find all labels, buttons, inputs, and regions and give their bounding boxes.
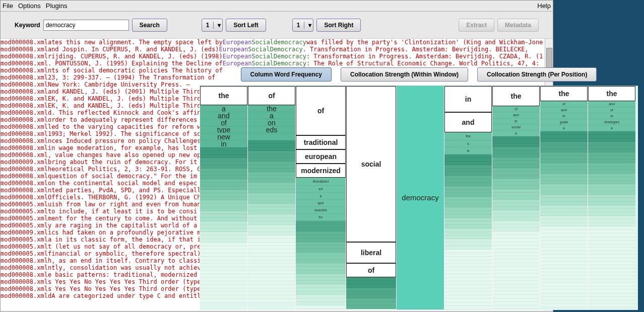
extract-button[interactable]: Extract: [459, 19, 494, 32]
menubar: File Options Plugins Help: [1, 1, 553, 12]
freq-cell[interactable]: social: [492, 124, 540, 130]
freq-cell[interactable]: new: [200, 133, 247, 140]
freq-cell[interactable]: and: [492, 112, 540, 118]
freq-column: inandthesis: [444, 86, 492, 310]
tab-collocation-per-position[interactable]: Collocation Strength (Per Position): [477, 67, 597, 82]
freq-cell[interactable]: a: [296, 193, 346, 200]
freq-cell[interactable]: a: [492, 130, 540, 136]
freq-cell[interactable]: in: [200, 140, 247, 147]
freq-cell[interactable]: liberalized: [296, 178, 346, 186]
freq-cell[interactable]: ed: [296, 186, 346, 193]
sort-right-button[interactable]: Sort Right: [316, 19, 361, 32]
freq-cell[interactable]: traditional: [296, 135, 346, 149]
freq-cell[interactable]: modernized: [296, 164, 346, 178]
freq-cell[interactable]: european: [296, 149, 346, 164]
freq-cell[interactable]: and: [540, 107, 588, 113]
menu-help[interactable]: Help: [537, 2, 551, 10]
freq-column: oftraditionaleuropeanmodernizedliberaliz…: [295, 86, 346, 310]
freq-column: democracy: [396, 86, 444, 310]
freq-cell[interactable]: type: [200, 126, 247, 133]
conc-line[interactable]: mod000008.xml and Jospin. In CUPERUS, R.…: [1, 46, 553, 53]
conc-line[interactable]: mod000008.xmlrijding. CUPERUS, R. and KA…: [1, 53, 553, 60]
freq-cell[interactable]: of: [200, 119, 247, 126]
freq-cell[interactable]: of: [540, 101, 588, 107]
freq-cell[interactable]: eds: [248, 126, 295, 133]
freq-cell[interactable]: the: [200, 86, 247, 105]
freq-cell[interactable]: the: [492, 86, 540, 106]
freq-cell[interactable]: in: [444, 86, 492, 112]
toolbar: Keyword Search 1▾ Sort Left 1▾ Sort Righ…: [1, 12, 553, 39]
freq-column: theaandoftypenewin: [200, 86, 247, 310]
freq-column: theofandinsociala: [492, 86, 540, 310]
freq-cell[interactable]: and: [588, 101, 635, 107]
frequency-columns: theaandoftypenewinoftheaonedsoftradition…: [200, 86, 638, 310]
menu-plugins[interactable]: Plugins: [46, 2, 68, 10]
freq-column: theandofinstrategiesa: [588, 86, 635, 310]
freq-cell[interactable]: goals: [540, 119, 588, 125]
freq-cell[interactable]: in: [588, 113, 635, 119]
keyword-input[interactable]: [43, 20, 129, 31]
freq-column: theofandingoalsa: [540, 86, 588, 310]
search-button[interactable]: Search: [132, 19, 167, 32]
freq-cell[interactable]: on: [248, 119, 295, 126]
sort-left-button[interactable]: Sort Left: [226, 19, 266, 32]
freq-cell[interactable]: of: [346, 263, 396, 277]
tab-column-word-frequency[interactable]: Column Word Frequency: [241, 67, 332, 82]
conc-line[interactable]: mod000008.xmlates this new alignment. Th…: [1, 39, 553, 46]
freq-cell[interactable]: is: [444, 147, 492, 154]
menu-file[interactable]: File: [3, 2, 13, 10]
freq-cell[interactable]: a: [200, 105, 247, 112]
freq-cell[interactable]: in: [540, 113, 588, 119]
freq-cell[interactable]: democracy: [397, 86, 444, 309]
metadata-button[interactable]: Metadata: [497, 19, 539, 32]
menu-options[interactable]: Options: [18, 2, 41, 10]
sort-right-count[interactable]: 1▾: [292, 19, 314, 32]
freq-cell[interactable]: for: [296, 214, 346, 221]
freq-cell[interactable]: in: [492, 118, 540, 124]
freq-cell[interactable]: the: [444, 132, 492, 140]
freq-cell[interactable]: of: [588, 107, 635, 113]
tab-collocation-within-window[interactable]: Collocation Strength (Within Window): [341, 67, 468, 82]
freq-column: oftheaoneds: [247, 86, 295, 310]
sort-left-count[interactable]: 1▾: [202, 19, 223, 32]
freq-cell[interactable]: a: [588, 125, 635, 131]
freq-cell[interactable]: and: [444, 112, 492, 132]
freq-cell[interactable]: of: [248, 86, 295, 105]
freq-cell[interactable]: swedish: [296, 207, 346, 214]
freq-tabs: Column Word Frequency Collocation Streng…: [200, 65, 638, 84]
freq-cell[interactable]: strategies: [588, 119, 635, 125]
freq-cell[interactable]: s: [444, 140, 492, 147]
freq-cell[interactable]: of: [492, 106, 540, 112]
freq-cell[interactable]: a: [248, 112, 295, 119]
freq-cell[interactable]: liberal: [346, 242, 396, 263]
freq-cell[interactable]: social: [346, 86, 396, 242]
freq-cell[interactable]: the: [248, 105, 295, 112]
keyword-label: Keyword: [15, 22, 40, 29]
freq-cell[interactable]: a: [540, 125, 588, 131]
freq-cell[interactable]: and: [200, 112, 247, 119]
freq-cell[interactable]: [248, 133, 295, 140]
frequency-panel: Column Word Frequency Collocation Streng…: [200, 65, 638, 310]
freq-cell[interactable]: the: [540, 86, 588, 101]
freq-cell[interactable]: of: [296, 86, 346, 135]
freq-cell[interactable]: the: [588, 86, 635, 101]
freq-column: socialliberalof: [346, 86, 396, 310]
freq-cell[interactable]: and: [296, 200, 346, 207]
